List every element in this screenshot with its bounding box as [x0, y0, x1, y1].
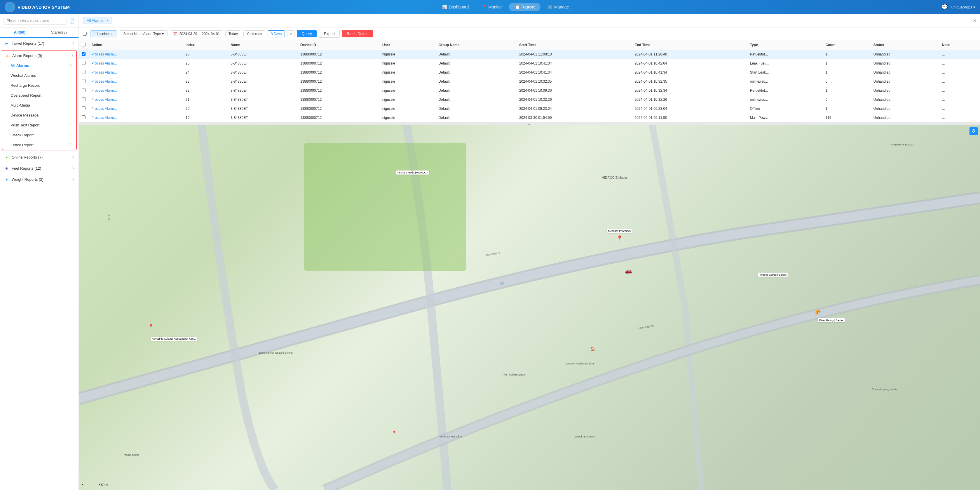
yesterday-btn[interactable]: Yesterday [243, 30, 265, 37]
device-star[interactable]: ♡ [68, 113, 72, 117]
row-check-3[interactable] [82, 79, 86, 83]
row-user-1: nigussie [379, 59, 436, 68]
alarm-type-selector[interactable]: Select Need Alarm Type ▾ [120, 30, 168, 37]
sidebar-item-travel[interactable]: ▶ Travel Reports (17) ∨ [0, 38, 78, 49]
fence-star[interactable]: ♡ [68, 142, 72, 147]
row-action-4[interactable]: Process Alarm... [88, 86, 183, 95]
row-action-1[interactable]: Process Alarm... [88, 59, 183, 68]
sub-item-device[interactable]: Device Message ♡ [2, 110, 76, 120]
alarm-arrow: ∧ [72, 54, 74, 57]
sidebar-item-fuel[interactable]: ◉ Fuel Reports (12) ∨ [0, 163, 78, 174]
sub-item-overspeed[interactable]: Overspeed Report ♡ [2, 90, 76, 100]
today-btn[interactable]: Today [225, 30, 241, 37]
row-check-5[interactable] [82, 97, 86, 101]
row-checkbox-2[interactable] [79, 68, 88, 77]
map-label-school: Ethio-Turkish Nejashi School [259, 351, 293, 354]
more-btn[interactable]: > [287, 30, 294, 37]
row-checkbox-1[interactable] [79, 59, 88, 68]
sub-item-check[interactable]: Check Report ♡ [2, 130, 76, 140]
query-button[interactable]: Query [297, 30, 317, 37]
row-action-5[interactable]: Process Alarm... [88, 95, 183, 104]
map-marker-jenboro[interactable]: 🏠 [590, 346, 595, 351]
row-note-4: ... [939, 86, 980, 95]
row-check-6[interactable] [82, 106, 86, 110]
row-end-1: 2024-04-01 10:42:04 [632, 59, 747, 68]
sidebar-item-weight[interactable]: ◈ Weight Reports (2) ∨ [0, 174, 78, 185]
row-checkbox-6[interactable] [79, 104, 88, 113]
row-checkbox-5[interactable] [79, 95, 88, 104]
map-marker-seble[interactable]: 📍 [391, 431, 397, 435]
nav-monitor[interactable]: 📍 Monitor [476, 3, 508, 11]
tab-all[interactable]: All(60) [0, 28, 40, 38]
sidebar-item-alarm[interactable]: ⚠ Alarm Reports (9) ∧ [2, 51, 76, 61]
tab-close-icon[interactable]: × [107, 19, 108, 23]
map-marker-bilos[interactable]: 🥐 [815, 309, 821, 315]
all-alarms-star[interactable]: ♡ [68, 63, 72, 68]
table-row: Process Alarm... 23 3-84880ET 1388000071… [79, 77, 980, 86]
sub-item-pushtext[interactable]: Push Text Report ♡ [2, 120, 76, 130]
weight-icon: ◈ [4, 177, 10, 182]
header-select-all[interactable] [82, 43, 86, 46]
all-alarms-tab[interactable]: All Alarms × [83, 17, 112, 24]
map-marker-restaurant[interactable]: 📍 [148, 324, 154, 329]
sub-item-wechat[interactable]: Wechat Alarms ♡ [2, 70, 76, 80]
row-action-6[interactable]: Process Alarm... [88, 104, 183, 113]
row-end-2: 2024-04-01 10:41:34 [632, 68, 747, 77]
doc-icon[interactable]: 📄 [69, 18, 75, 24]
search-input[interactable] [3, 17, 67, 24]
map-label-tomoca: Tomoca Coffee | Sarbet [757, 273, 788, 277]
export-button[interactable]: Export [319, 30, 340, 38]
sub-item-recharge[interactable]: Recharge Record ♡ [2, 80, 76, 90]
nav-dashboard[interactable]: 📊 Dashboard [436, 3, 475, 11]
check-star[interactable]: ♡ [68, 132, 72, 137]
close-panel-icon[interactable]: × [973, 18, 976, 23]
row-checkbox-4[interactable] [79, 86, 88, 95]
road-label-seychelles-2: Seychelles St [637, 324, 654, 329]
select-all-checkbox[interactable] [83, 32, 87, 36]
map-marker-pharmacy[interactable]: 📍 [616, 235, 623, 241]
row-check-4[interactable] [82, 88, 86, 92]
batch-delete-button[interactable]: Batch Delete [342, 30, 373, 37]
col-group: Group Name [436, 40, 516, 50]
message-icon[interactable]: 💬 [942, 4, 948, 10]
pushtext-label: Push Text Report [11, 123, 40, 127]
sub-item-multimedia[interactable]: Multi-Media ♡ [2, 100, 76, 110]
all-alarms-tab-label: All Alarms [87, 18, 103, 23]
app-logo: 🌐 VIDEO AND IOV SYSTEM [5, 2, 70, 12]
row-action-2[interactable]: Process Alarm... [88, 68, 183, 77]
sub-item-all-alarms[interactable]: All Alarms ♡ [2, 61, 76, 70]
overspeed-star[interactable]: ♡ [68, 93, 72, 97]
sidebar-item-online[interactable]: ● Online Reports (7) ∨ [0, 152, 78, 163]
pushtext-star[interactable]: ♡ [68, 123, 72, 127]
row-action-0[interactable]: Process Alarm... [88, 50, 183, 59]
sub-item-fence[interactable]: Fence Report ♡ [2, 140, 76, 150]
tab-stared[interactable]: Stared(3) [40, 28, 79, 38]
multimedia-star[interactable]: ♡ [68, 103, 72, 107]
row-checkbox-0[interactable] [79, 50, 88, 59]
vehicle-marker[interactable]: 🚗 [625, 267, 632, 274]
3days-btn[interactable]: 3 Days [267, 30, 285, 37]
user-menu[interactable]: uniguardgps ▾ [951, 5, 975, 10]
row-check-7[interactable] [82, 115, 86, 119]
row-note-7: ... [939, 113, 980, 122]
date-from: 2024-03-29 [179, 32, 197, 36]
row-check-1[interactable] [82, 61, 86, 65]
recharge-star[interactable]: ♡ [68, 83, 72, 88]
row-device-0: 13880000712 [298, 50, 379, 59]
row-end-0: 2024-04-01 11:28:40 [632, 50, 747, 59]
nav-report[interactable]: 📋 Report [509, 3, 541, 11]
nav-manage[interactable]: ⚙️ Manage [542, 3, 575, 11]
date-range-picker[interactable]: 📅 2024-03-29 - 2024-04-01 [170, 30, 223, 37]
row-action-3[interactable]: Process Alarm... [88, 77, 183, 86]
row-checkbox-7[interactable] [79, 113, 88, 122]
resize-handle[interactable]: ▲ [79, 122, 980, 125]
wechat-star[interactable]: ♡ [68, 73, 72, 78]
row-check-2[interactable] [82, 70, 86, 74]
row-action-7[interactable]: Process Alarm... [88, 113, 183, 122]
row-check-0[interactable] [82, 52, 86, 56]
row-group-3: Default [436, 77, 516, 86]
road-label-seychelles-1: Seychelles St [484, 251, 500, 256]
map-marker-boutique[interactable]: 🛒 [500, 281, 505, 285]
row-checkbox-3[interactable] [79, 77, 88, 86]
alarm-icon: ⚠ [5, 53, 10, 58]
